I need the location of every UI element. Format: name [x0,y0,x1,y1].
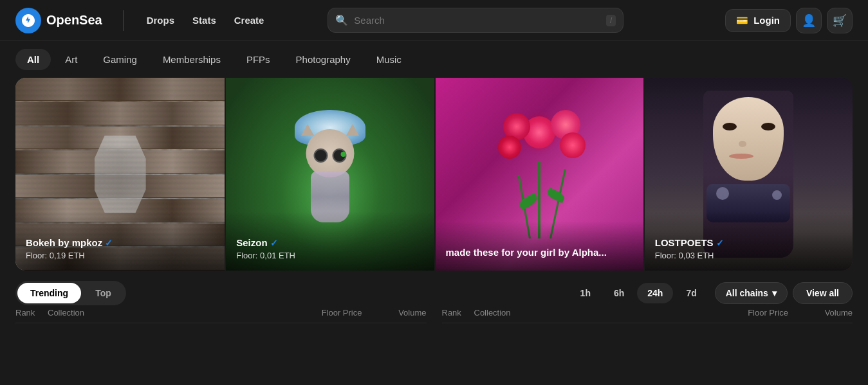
cat-tab-all[interactable]: All [15,49,51,70]
verified-badge-2: ✓ [270,238,278,248]
logo-text: OpenSea [46,13,102,28]
tab-top[interactable]: Top [82,283,124,303]
view-all-button[interactable]: View all [793,282,853,304]
time-6h[interactable]: 6h [604,283,634,303]
wallet-icon: 💳 [736,15,748,26]
th-collection-left: Collection [48,308,285,318]
nav-create[interactable]: Create [226,10,272,31]
time-24h[interactable]: 24h [637,283,673,303]
verified-badge-4: ✓ [716,238,724,248]
cat-tab-art[interactable]: Art [53,49,89,70]
card-2-title: Seizon ✓ [236,237,423,248]
card-4-overlay: LOSTPOETS ✓ Floor: 0,03 ETH [645,211,853,271]
profile-button[interactable]: 👤 [796,8,822,33]
search-bar: 🔍 / [328,8,623,33]
right-table: Rank Collection Floor Price Volume [442,305,853,323]
tab-trending[interactable]: Trending [17,283,81,303]
opensea-logo-icon [15,8,41,33]
right-table-header: Rank Collection Floor Price Volume [442,305,853,323]
time-filter-group: 1h 6h 24h 7d All chains ▾ View all [570,282,853,304]
search-shortcut: / [606,15,616,26]
time-7d[interactable]: 7d [676,283,706,303]
cart-icon: 🛒 [833,13,847,28]
header-divider [123,10,124,31]
verified-badge-1: ✓ [105,238,113,248]
nav-stats[interactable]: Stats [185,10,224,31]
header: OpenSea Drops Stats Create 🔍 / 💳 Login 👤… [0,0,868,41]
th-volume-right: Volume [788,308,853,318]
bottom-controls: Trending Top 1h 6h 24h 7d All chains ▾ V… [0,271,868,305]
featured-card-4[interactable]: LOSTPOETS ✓ Floor: 0,03 ETH [643,78,853,271]
featured-card-3[interactable]: made these for your girl by Alpha... [434,78,643,271]
th-floor-right: Floor Price [711,308,788,318]
featured-card-1[interactable]: Bokeh by mpkoz ✓ Floor: 0,19 ETH [15,78,225,271]
header-right: 💳 Login 👤 🛒 [725,8,853,33]
cat-tab-music[interactable]: Music [365,49,413,70]
nav-drops[interactable]: Drops [139,10,182,31]
th-collection-right: Collection [474,308,712,318]
category-bar: All Art Gaming Memberships PFPs Photogra… [0,41,868,78]
card-3-overlay: made these for your girl by Alpha... [436,221,643,271]
card-1-overlay: Bokeh by mpkoz ✓ Floor: 0,19 ETH [15,211,225,271]
left-table: Rank Collection Floor Price Volume [15,305,427,323]
time-1h[interactable]: 1h [570,283,601,303]
login-label: Login [753,15,780,26]
featured-grid: Bokeh by mpkoz ✓ Floor: 0,19 ETH [15,78,853,271]
card-2-overlay: Seizon ✓ Floor: 0,01 ETH [226,211,434,271]
cat-tab-memberships[interactable]: Memberships [151,49,232,70]
th-volume-left: Volume [362,308,427,318]
logo-area[interactable]: OpenSea [15,8,102,33]
left-table-header: Rank Collection Floor Price Volume [15,305,427,323]
th-rank-right: Rank [442,308,474,318]
card-4-title: LOSTPOETS ✓ [655,237,842,248]
wood-center-shape [95,136,146,213]
profile-icon: 👤 [802,13,816,28]
cat-tab-gaming[interactable]: Gaming [91,49,149,70]
tables-area: Rank Collection Floor Price Volume Rank … [0,305,868,323]
search-input[interactable] [328,8,623,33]
trending-top-tabs: Trending Top [15,281,126,305]
card-2-floor: Floor: 0,01 ETH [236,251,423,260]
chains-label: All chains [726,288,768,298]
cat-tab-photography[interactable]: Photography [284,49,362,70]
cat-tab-pfps[interactable]: PFPs [235,49,282,70]
th-rank-left: Rank [15,308,48,318]
card-1-floor: Floor: 0,19 ETH [26,251,214,260]
featured-card-2[interactable]: Seizon ✓ Floor: 0,01 ETH [225,78,434,271]
all-chains-button[interactable]: All chains ▾ [715,282,788,304]
cart-button[interactable]: 🛒 [827,8,853,33]
card-1-title: Bokeh by mpkoz ✓ [26,237,214,248]
card-4-floor: Floor: 0,03 ETH [655,251,842,260]
login-button[interactable]: 💳 Login [725,9,791,32]
card-3-title: made these for your girl by Alpha... [446,247,633,258]
chevron-down-icon: ▾ [772,288,777,298]
th-floor-left: Floor Price [285,308,362,318]
main-nav: Drops Stats Create [139,10,272,31]
